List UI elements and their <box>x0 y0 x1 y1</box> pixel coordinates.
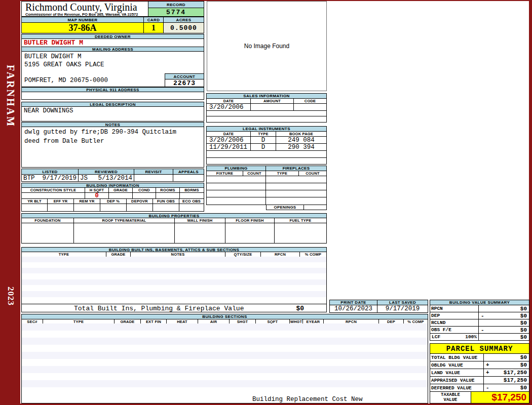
plumbing-fireplace-row <box>206 176 327 183</box>
depovr-value <box>127 204 153 212</box>
legal-description-value: NEAR DOWNINGS <box>21 106 204 122</box>
reviewed-value: JS 5/13/2014 <box>79 174 134 182</box>
building-info-value-row-2 <box>21 204 204 212</box>
last-saved-value: 9/17/2019 <box>377 305 428 313</box>
bvs-value: $0 <box>520 313 527 319</box>
instrument-row: 3/20/2006 D 249 084 <box>206 136 327 144</box>
plumbing-fireplace-row <box>206 190 327 197</box>
map-number-value: 37-86A <box>21 22 144 33</box>
bvs-label: LCF <box>432 334 440 340</box>
instrument-type: D <box>251 136 276 144</box>
plumbing-fireplace-row <box>206 183 327 190</box>
parcel-value-cell: - $0 <box>484 384 529 392</box>
parcel-label: LAND VALUE <box>430 369 484 377</box>
property-photo-panel: No Image Found <box>207 1 327 91</box>
fireplace-cell <box>266 176 327 183</box>
bvs-row: RPCN $0 <box>430 305 529 312</box>
parcel-value: $0 <box>520 354 527 360</box>
sales-row: 3/20/2006 <box>206 103 327 111</box>
card-value: 1 <box>143 22 164 33</box>
plumbing-cell <box>206 190 266 197</box>
instrument-type: D <box>251 143 276 151</box>
bvs-op: - <box>481 327 484 333</box>
building-sections-empty-row <box>21 366 428 374</box>
parcel-row: DEFERRED VALUE - $0 <box>430 384 529 392</box>
reviewed-by: JS <box>80 175 88 182</box>
sales-code-value <box>294 103 327 111</box>
parcel-label: OBLDG VALUE <box>430 361 484 369</box>
print-saved-value-row: 10/26/2023 9/17/2019 <box>329 305 428 313</box>
yrblt-value <box>21 204 48 212</box>
building-sections-empty-row <box>21 331 428 338</box>
taxable-label: TAXABLE VALUE <box>430 391 471 403</box>
account-value: 22673 <box>165 79 204 87</box>
remyr-value <box>74 204 100 212</box>
acres-value: 0.5000 <box>163 22 204 33</box>
parcel-value: $0 <box>520 362 527 368</box>
record-value: 5774 <box>148 8 204 17</box>
plumbing-cell <box>206 176 266 183</box>
tax-year-label: 2023 <box>6 287 16 306</box>
parcel-op: - <box>486 385 489 391</box>
parcel-op: + <box>486 362 489 368</box>
notes-line-2: deed from Dale Butler <box>24 138 104 145</box>
bvs-row: RCLND $0 <box>430 319 529 327</box>
parcel-value-cell: $17,250 <box>484 376 529 384</box>
taxable-value-row: TAXABLE VALUE $17,250 <box>430 391 529 403</box>
openings-row: OPENINGS <box>266 205 327 210</box>
built-ins-total-label: Total Built Ins, Plumbing & Fireplace Va… <box>74 305 244 312</box>
bvs-value: $0 <box>520 320 527 326</box>
parcel-row: OBLDG VALUE + $0 <box>430 361 529 369</box>
plumbing-cell <box>206 197 266 205</box>
wall-finish-value <box>175 223 225 244</box>
funobs-value <box>153 204 179 212</box>
appeals-value <box>173 174 204 182</box>
parcel-value-cell: + $17,250 <box>484 369 529 377</box>
instrument-row-empty <box>206 150 327 158</box>
building-sections-empty-row <box>21 323 428 331</box>
taxable-value: $17,250 <box>471 391 529 403</box>
fireplace-cell <box>266 183 327 190</box>
bvs-value-cell: $0 <box>479 305 529 312</box>
bvs-value-cell: - $0 <box>479 312 529 319</box>
bvs-label-cell: LCF 100% <box>430 333 479 341</box>
physical-address-value <box>21 92 204 100</box>
listed-value: BTP 9/17/2019 <box>21 174 79 182</box>
deeded-owner-value: BUTLER DWIGHT M <box>21 38 204 47</box>
built-ins-empty-row <box>21 297 327 304</box>
taxable-label-line1: TAXABLE <box>441 392 460 397</box>
instrument-row-empty <box>206 157 327 165</box>
parcel-value-cell: + $0 <box>484 361 529 369</box>
bvs-row: LCF 100% $0 <box>430 333 529 341</box>
roof-value <box>74 223 175 244</box>
built-ins-total-value: $0 <box>296 305 304 312</box>
parcel-value: $0 <box>520 385 527 391</box>
building-sections-empty-row <box>21 338 428 345</box>
bvs-value: $0 <box>520 306 527 312</box>
bvs-value: $0 <box>520 327 527 333</box>
plumbing-cell <box>206 183 266 190</box>
openings-value <box>304 205 327 210</box>
building-sections-empty-row <box>21 387 428 396</box>
instrument-row: 11/29/2011 D 290 394 <box>206 143 327 151</box>
building-sections-empty-row <box>21 345 428 352</box>
parcel-label: APPRAISED VALUE <box>430 376 484 384</box>
fuel-type-value <box>275 223 327 244</box>
parcel-label: TOTAL BLDG VALUE <box>430 353 484 361</box>
parcel-value: $17,250 <box>504 370 527 376</box>
foundation-value <box>21 223 74 244</box>
district-label: FARNHAM <box>5 65 16 128</box>
bvs-op: - <box>481 313 484 319</box>
floor-finish-value <box>225 223 275 244</box>
sales-row-empty <box>206 116 327 123</box>
footer-note: Building Replacement Cost New <box>252 396 363 403</box>
bvs-label: DEP <box>430 312 479 319</box>
fireplace-cell <box>266 190 327 197</box>
review-value-row: BTP 9/17/2019 JS 5/13/2014 <box>21 174 204 182</box>
instrument-date: 3/20/2006 <box>206 136 251 144</box>
taxable-label-line2: VALUE <box>443 397 457 402</box>
notes-box: dwlg gutted by fire;DB 290-394 Quitclaim… <box>21 127 204 168</box>
bvs-value: $0 <box>520 334 527 340</box>
instrument-bookpage: 290 394 <box>276 143 327 151</box>
building-sections-empty-row <box>21 352 428 359</box>
